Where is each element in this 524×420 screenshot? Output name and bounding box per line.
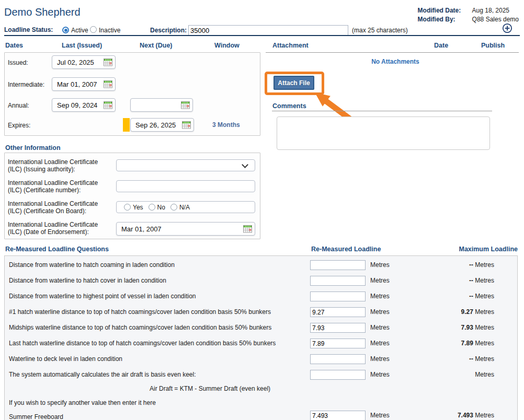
intermediate-date-value: Mar 01, 2007	[57, 80, 97, 88]
question-text: Distance from waterline to hatch coaming…	[9, 261, 175, 269]
radio-yes[interactable]	[124, 204, 131, 211]
max-loadline-cell: -- Metres	[371, 261, 494, 269]
max-loadline-cell: -- Metres	[371, 293, 494, 300]
question-text: The system automatically calculates the …	[9, 371, 196, 378]
remeasured-input[interactable]	[310, 260, 366, 270]
calendar-icon[interactable]	[104, 58, 113, 66]
modified-by-value: Q88 Sales demo	[472, 16, 519, 23]
ilc-certificate-number-label: International Loadline Certificate(ILC) …	[8, 179, 98, 194]
modified-info: Modified Date: Aug 18, 2025 Modified By:…	[366, 7, 519, 23]
ilc-date-of-endorsement-value: Mar 01, 2007	[121, 225, 162, 233]
page-title: Demo Shepherd	[4, 6, 81, 18]
calendar-icon[interactable]	[104, 101, 113, 109]
remeasured-input[interactable]	[310, 307, 366, 317]
col-attachment: Attachment	[272, 42, 309, 49]
dates-box: Issued: Jul 02, 2025 Intermediate: Mar 0…	[4, 52, 260, 136]
intermediate-date-field[interactable]: Mar 01, 2007	[52, 77, 116, 91]
radio-active-label: Active	[71, 27, 88, 34]
col-last-issued: Last (Issued)	[62, 42, 102, 49]
calendar-icon[interactable]	[243, 225, 253, 233]
remeasured-input[interactable]	[310, 323, 366, 333]
radio-inactive-label: Inactive	[99, 27, 120, 34]
modified-date-label: Modified Date:	[418, 7, 468, 14]
radio-na[interactable]	[170, 204, 177, 211]
ilc-issuing-authority-label: International Loadline Certificate(ILC) …	[8, 158, 98, 173]
description-hint: (max 25 characters)	[352, 27, 408, 34]
annual-date-value: Sep 09, 2024	[57, 101, 97, 109]
expires-warning-flag	[123, 118, 130, 132]
ilc-certificate-number-input[interactable]	[116, 180, 255, 192]
question-text: #1 hatch waterline distance to top of ha…	[9, 308, 271, 316]
max-loadline-cell: -- Metres	[371, 277, 494, 284]
col-window: Window	[214, 42, 240, 49]
remeasured-input[interactable]	[310, 276, 366, 286]
col-attachment-publish: Publish	[481, 42, 505, 49]
description-label: Description:	[150, 27, 187, 34]
expires-date-field[interactable]: Sep 26, 2025	[130, 118, 194, 132]
intermediate-label: Intermediate:	[8, 81, 44, 88]
issued-date-value: Jul 02, 2025	[57, 59, 94, 66]
ilc-issuing-authority-select[interactable]	[116, 159, 255, 171]
annual-label: Annual:	[8, 102, 29, 109]
radio-active[interactable]	[62, 27, 69, 33]
question-text: Waterline to deck level in laden conditi…	[9, 355, 122, 363]
question-text: Distance from waterline to hatch cover i…	[9, 277, 166, 284]
col-next-due: Next (Due)	[140, 42, 173, 49]
ilc-certificate-on-board-group: Yes No N/A	[116, 201, 255, 213]
issued-date-field[interactable]: Jul 02, 2025	[52, 55, 116, 69]
max-loadline-cell: 9.27 Metres	[371, 308, 494, 316]
attachment-divider	[266, 52, 519, 53]
max-loadline-cell: 7.89 Metres	[371, 340, 494, 347]
comments-title: Comments	[272, 102, 306, 110]
expires-label: Expires:	[8, 122, 30, 129]
annual-date-field[interactable]: Sep 09, 2024	[52, 98, 116, 112]
max-loadline-cell: Metres	[371, 371, 494, 378]
col-remeasured-loadline: Re-Measured Loadline	[311, 246, 381, 253]
max-loadline-cell: -- Metres	[371, 355, 494, 363]
loadline-detail-page: Demo Shepherd Modified Date: Aug 18, 202…	[0, 0, 524, 420]
loadline-status-label: Loadline Status:	[4, 26, 53, 33]
add-attachment-icon[interactable]	[502, 23, 512, 33]
radio-yes-label: Yes	[133, 204, 143, 211]
other-info-title: Other Information	[5, 144, 61, 151]
remeasured-input[interactable]	[310, 291, 366, 301]
chevron-down-icon	[242, 161, 248, 168]
calendar-icon[interactable]	[182, 121, 191, 129]
question-text: Midships waterline distance to top of ha…	[9, 324, 271, 331]
remeasured-input[interactable]	[310, 370, 366, 380]
question-text: Distance from waterline to highest point…	[9, 293, 196, 300]
radio-no-label: No	[157, 204, 165, 211]
question-text: If you wish to specify another value the…	[9, 399, 156, 406]
remeasured-input[interactable]	[310, 411, 366, 420]
question-text: Summer Freeboard	[9, 413, 63, 420]
modified-by-label: Modified By:	[418, 16, 468, 23]
modified-date-value: Aug 18, 2025	[472, 7, 519, 14]
other-info-box: International Loadline Certificate(ILC) …	[4, 153, 260, 239]
remeasured-input[interactable]	[310, 354, 366, 364]
air-draft-formula-note: Air Draft = KTM - Summer Draft (even kee…	[150, 385, 270, 392]
col-maximum-loadline: Maximum Loadline	[387, 246, 518, 253]
description-input[interactable]	[188, 25, 348, 36]
radio-no[interactable]	[149, 204, 155, 211]
calendar-icon[interactable]	[181, 101, 190, 109]
header-divider	[4, 35, 520, 36]
comments-textarea[interactable]	[277, 116, 490, 150]
calendar-icon[interactable]	[104, 80, 113, 88]
ilc-date-of-endorsement-label: International Loadline Certificate(ILC) …	[8, 221, 98, 236]
radio-na-label: N/A	[179, 204, 190, 211]
remeasured-input[interactable]	[310, 339, 366, 348]
annual-next-date-field[interactable]	[130, 98, 193, 112]
ilc-certificate-on-board-label: International Loadline Certificate(ILC) …	[8, 200, 98, 215]
remeasured-title: Re-Measured Loadline Questions	[5, 246, 109, 253]
remeasured-table: Distance from waterline to hatch coaming…	[4, 255, 518, 420]
comments-divider	[272, 111, 492, 111]
expires-date-value: Sep 26, 2025	[135, 121, 176, 129]
question-text: Last hatch waterline distance to top of …	[9, 340, 276, 347]
radio-inactive[interactable]	[90, 26, 97, 33]
ilc-date-of-endorsement-field[interactable]: Mar 01, 2007	[116, 222, 255, 236]
max-loadline-cell: 7.493 Metres	[371, 412, 494, 419]
col-dates: Dates	[5, 42, 23, 49]
no-attachments-text: No Attachments	[272, 58, 519, 65]
expires-window-value: 3 Months	[212, 121, 240, 129]
max-loadline-cell: 7.93 Metres	[371, 324, 494, 331]
